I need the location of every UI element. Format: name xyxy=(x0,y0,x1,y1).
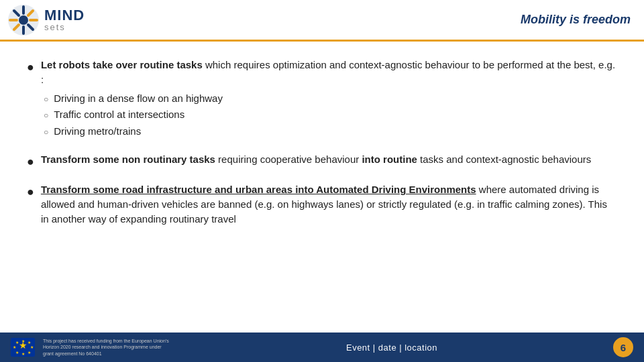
bullet-section-3: ● Transform some road infrastructure and… xyxy=(27,182,617,226)
footer-page-number: 6 xyxy=(613,337,633,357)
sub-item-2-text: Traffic control at intersections xyxy=(54,107,184,123)
svg-text:★: ★ xyxy=(28,351,31,355)
header-tagline: Mobility is freedom xyxy=(521,13,631,27)
bullet-section-2: ● Transform some non routinary tasks req… xyxy=(27,152,617,170)
sub-item-1-text: Driving in a dense flow on an highway xyxy=(54,91,223,107)
footer: ★ ★ ★ ★ ★ ★ ★ ★ ★ This project has recei… xyxy=(0,333,644,362)
bullet-item-3: ● Transform some road infrastructure and… xyxy=(27,182,617,226)
logo-mind-label: MIND xyxy=(44,8,85,23)
bullet-dot-1: ● xyxy=(27,58,34,76)
bullet-text-2: Transform some non routinary tasks requi… xyxy=(41,152,617,167)
sub-list-1: ○ Driving in a dense flow on an highway … xyxy=(44,91,617,139)
bullet2-bold: Transform some non routinary tasks xyxy=(41,154,215,165)
sub-item-3: ○ Driving metro/trains xyxy=(44,124,617,139)
sub-circle-2: ○ xyxy=(44,109,48,121)
bullet2-suffix: tasks and context-agnostic behaviours xyxy=(417,154,591,165)
bullet-text-3: Transform some road infrastructure and u… xyxy=(41,182,617,226)
bullet-dot-3: ● xyxy=(27,183,34,200)
sub-item-3-text: Driving metro/trains xyxy=(54,124,141,139)
footer-small-text: This project has received funding from t… xyxy=(43,338,170,356)
logo-sets-label: sets xyxy=(44,23,85,32)
bullet-item-2: ● Transform some non routinary tasks req… xyxy=(27,152,617,170)
mindsets-logo-icon xyxy=(7,3,40,37)
bullet2-middle-bold: into routine xyxy=(362,154,417,165)
logo-area: MIND sets xyxy=(7,3,85,37)
bullet-dot-2: ● xyxy=(27,153,34,170)
svg-text:★: ★ xyxy=(21,352,25,356)
bullet-item-1: ● Let robots take over routine tasks whi… xyxy=(27,58,617,140)
svg-text:★: ★ xyxy=(30,345,34,349)
logo-text: MIND sets xyxy=(44,8,85,32)
svg-point-9 xyxy=(19,15,28,25)
sub-item-1: ○ Driving in a dense flow on an highway xyxy=(44,91,617,107)
bullet-section-1: ● Let robots take over routine tasks whi… xyxy=(27,58,617,140)
sub-circle-1: ○ xyxy=(44,93,48,105)
bullet3-bold-underline: Transform some road infrastructure and u… xyxy=(41,184,476,195)
svg-text:★: ★ xyxy=(13,345,16,349)
bullet2-middle: requiring cooperative behaviour xyxy=(215,154,362,165)
main-content: ● Let robots take over routine tasks whi… xyxy=(0,42,644,333)
footer-event-text: Event | date | location xyxy=(178,343,605,353)
header: MIND sets Mobility is freedom xyxy=(0,0,644,42)
sub-circle-3: ○ xyxy=(44,126,48,138)
bullet-text-1: Let robots take over routine tasks which… xyxy=(41,58,617,140)
svg-text:★: ★ xyxy=(28,341,31,345)
bullet1-bold: Let robots take over routine tasks xyxy=(41,59,203,70)
svg-text:★: ★ xyxy=(15,351,19,355)
eu-flag-icon: ★ ★ ★ ★ ★ ★ ★ ★ ★ xyxy=(11,338,35,357)
svg-text:★: ★ xyxy=(15,341,19,345)
svg-text:★: ★ xyxy=(21,339,25,343)
sub-item-2: ○ Traffic control at intersections xyxy=(44,107,617,123)
